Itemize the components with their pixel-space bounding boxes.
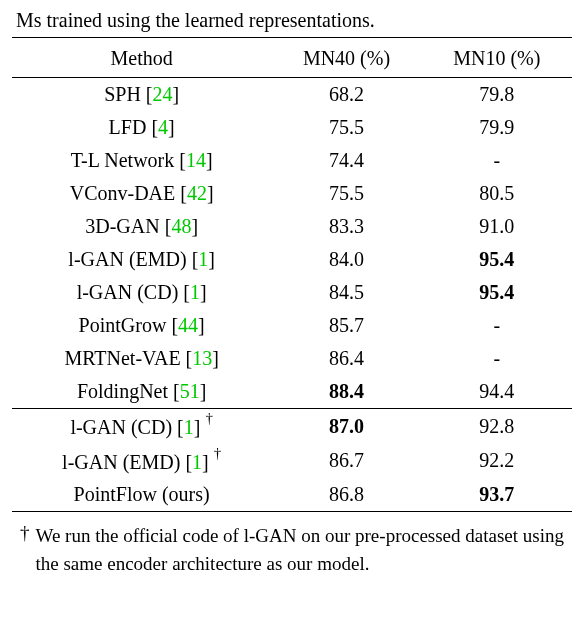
cell-method: PointFlow (ours): [12, 478, 271, 512]
value-mn10: 95.4: [479, 248, 514, 270]
method-name: MRTNet-VAE: [64, 347, 180, 369]
value-mn40: 86.8: [329, 483, 364, 505]
cell-mn40: 86.4: [271, 342, 421, 375]
value-mn40: 83.3: [329, 215, 364, 237]
col-mn40: MN40 (%): [271, 38, 421, 78]
value-mn10: 93.7: [479, 483, 514, 505]
cell-mn40: 86.7: [271, 444, 421, 479]
method-name: LFD: [109, 116, 147, 138]
cell-method: LFD [4]: [12, 111, 271, 144]
value-mn40: 75.5: [329, 182, 364, 204]
cell-mn40: 68.2: [271, 78, 421, 112]
value-mn10: -: [493, 314, 500, 336]
citation-link[interactable]: 1: [198, 248, 208, 270]
cell-mn10: 80.5: [422, 177, 572, 210]
value-mn40: 86.7: [329, 449, 364, 471]
method-name: T-L Network: [71, 149, 175, 171]
dagger-icon: †: [214, 445, 222, 461]
value-mn40: 74.4: [329, 149, 364, 171]
value-mn10: 79.8: [479, 83, 514, 105]
method-name: SPH: [104, 83, 141, 105]
citation-link[interactable]: 44: [178, 314, 198, 336]
method-name: PointGrow: [79, 314, 167, 336]
cell-mn40: 85.7: [271, 309, 421, 342]
col-mn10: MN10 (%): [422, 38, 572, 78]
citation-link[interactable]: 1: [192, 450, 202, 472]
footnote-mark: †: [20, 519, 30, 547]
method-name: VConv-DAE: [70, 182, 176, 204]
cell-method: FoldingNet [51]: [12, 375, 271, 409]
cell-mn40: 75.5: [271, 177, 421, 210]
value-mn10: 91.0: [479, 215, 514, 237]
cell-mn40: 74.4: [271, 144, 421, 177]
value-mn10: -: [493, 347, 500, 369]
value-mn40: 88.4: [329, 380, 364, 402]
citation-link[interactable]: 1: [184, 416, 194, 438]
dagger-icon: †: [205, 410, 213, 426]
table-row: SPH [24]68.279.8: [12, 78, 572, 112]
table-row: T-L Network [14]74.4-: [12, 144, 572, 177]
cell-method: 3D-GAN [48]: [12, 210, 271, 243]
value-mn40: 75.5: [329, 116, 364, 138]
cell-method: l-GAN (CD) [1]: [12, 276, 271, 309]
value-mn10: 80.5: [479, 182, 514, 204]
value-mn40: 84.5: [329, 281, 364, 303]
citation-link[interactable]: 51: [180, 380, 200, 402]
value-mn10: 94.4: [479, 380, 514, 402]
cell-mn10: 92.8: [422, 409, 572, 444]
value-mn10: 92.2: [479, 449, 514, 471]
cell-mn40: 87.0: [271, 409, 421, 444]
cell-method: l-GAN (EMD) [1] †: [12, 444, 271, 479]
table-row: l-GAN (CD) [1]84.595.4: [12, 276, 572, 309]
value-mn10: -: [493, 149, 500, 171]
value-mn10: 92.8: [479, 415, 514, 437]
cell-method: l-GAN (CD) [1] †: [12, 409, 271, 444]
table-row: l-GAN (EMD) [1] †86.792.2: [12, 444, 572, 479]
citation-link[interactable]: 1: [190, 281, 200, 303]
cell-mn10: 92.2: [422, 444, 572, 479]
cell-method: T-L Network [14]: [12, 144, 271, 177]
results-table: Method MN40 (%) MN10 (%) SPH [24]68.279.…: [12, 37, 572, 512]
table-row: PointFlow (ours)86.893.7: [12, 478, 572, 512]
citation-link[interactable]: 48: [171, 215, 191, 237]
citation-link[interactable]: 14: [186, 149, 206, 171]
method-name: l-GAN (CD): [77, 281, 179, 303]
method-name: l-GAN (CD): [70, 416, 172, 438]
cell-mn40: 83.3: [271, 210, 421, 243]
cell-mn10: -: [422, 309, 572, 342]
cell-mn10: 95.4: [422, 243, 572, 276]
cell-mn10: 91.0: [422, 210, 572, 243]
cell-method: MRTNet-VAE [13]: [12, 342, 271, 375]
citation-link[interactable]: 24: [153, 83, 173, 105]
method-name: FoldingNet: [77, 380, 168, 402]
citation-link[interactable]: 13: [192, 347, 212, 369]
table-row: FoldingNet [51]88.494.4: [12, 375, 572, 409]
citation-link[interactable]: 42: [187, 182, 207, 204]
value-mn40: 84.0: [329, 248, 364, 270]
table-header-row: Method MN40 (%) MN10 (%): [12, 38, 572, 78]
cell-mn40: 84.5: [271, 276, 421, 309]
footnote-text: We run the official code of l-GAN on our…: [36, 522, 565, 577]
cell-method: PointGrow [44]: [12, 309, 271, 342]
table-row: PointGrow [44]85.7-: [12, 309, 572, 342]
table-row: 3D-GAN [48]83.391.0: [12, 210, 572, 243]
method-name: l-GAN (EMD): [68, 248, 186, 270]
value-mn10: 95.4: [479, 281, 514, 303]
value-mn40: 68.2: [329, 83, 364, 105]
table-footnote: † We run the official code of l-GAN on o…: [20, 522, 564, 577]
cell-mn10: -: [422, 342, 572, 375]
cell-mn10: 93.7: [422, 478, 572, 512]
method-name: 3D-GAN: [85, 215, 159, 237]
cell-mn10: 95.4: [422, 276, 572, 309]
cell-mn10: -: [422, 144, 572, 177]
cell-mn40: 86.8: [271, 478, 421, 512]
citation-link[interactable]: 4: [158, 116, 168, 138]
value-mn40: 85.7: [329, 314, 364, 336]
cell-mn10: 79.9: [422, 111, 572, 144]
cell-mn40: 84.0: [271, 243, 421, 276]
table-row: l-GAN (EMD) [1]84.095.4: [12, 243, 572, 276]
cell-mn40: 75.5: [271, 111, 421, 144]
method-name: l-GAN (EMD): [62, 450, 180, 472]
table-row: VConv-DAE [42]75.580.5: [12, 177, 572, 210]
cell-method: VConv-DAE [42]: [12, 177, 271, 210]
